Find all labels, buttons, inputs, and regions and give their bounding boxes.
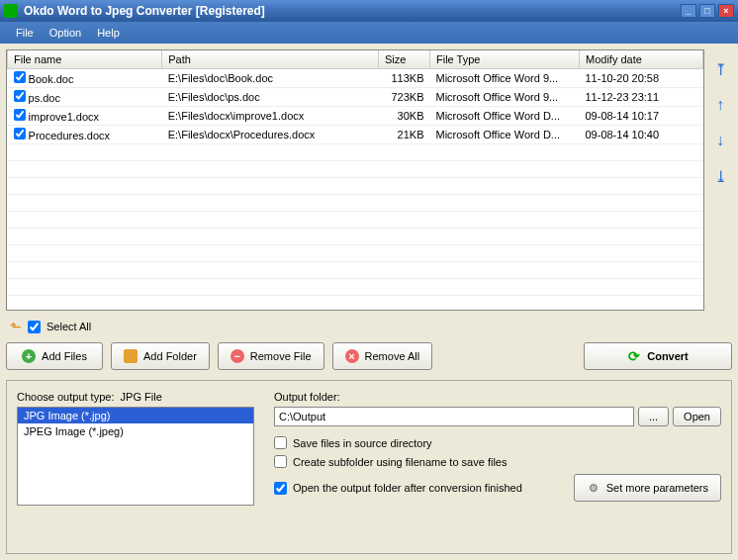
row-checkbox[interactable] (14, 128, 26, 140)
move-bottom-button[interactable]: ⤓ (710, 166, 730, 186)
title-bar: Okdo Word to Jpeg Converter [Registered]… (0, 0, 738, 22)
minimize-button[interactable]: _ (681, 4, 696, 18)
table-row[interactable]: improve1.docx E:\Files\docx\improve1.doc… (8, 107, 703, 126)
app-icon (4, 4, 18, 18)
table-row[interactable]: Procedures.docx E:\Files\docx\Procedures… (8, 126, 703, 144)
output-type-label: Choose output type: JPG File (17, 391, 254, 403)
menu-file[interactable]: File (8, 25, 42, 41)
open-button[interactable]: Open (673, 407, 721, 426)
convert-button[interactable]: ⟳Convert (584, 342, 732, 370)
window-title: Okdo Word to Jpeg Converter [Registered] (24, 4, 678, 18)
table-row[interactable]: ps.doc E:\Files\doc\ps.doc 723KB Microso… (8, 88, 703, 107)
move-up-button[interactable]: ↑ (710, 95, 730, 115)
open-after-label: Open the output folder after conversion … (293, 482, 522, 494)
convert-icon: ⟳ (627, 349, 641, 363)
select-all-label: Select All (46, 321, 91, 332)
move-top-button[interactable]: ⤒ (710, 59, 730, 79)
gear-icon: ⚙ (587, 481, 600, 495)
row-checkbox[interactable] (14, 90, 26, 102)
save-source-checkbox[interactable] (274, 436, 287, 449)
subfolder-label: Create subfolder using filename to save … (293, 456, 507, 468)
menu-help[interactable]: Help (89, 25, 128, 41)
x-icon: × (345, 349, 359, 363)
row-checkbox[interactable] (14, 109, 26, 121)
add-files-button[interactable]: +Add Files (6, 342, 103, 370)
col-path[interactable]: Path (162, 50, 379, 69)
output-type-option[interactable]: JPG Image (*.jpg) (18, 408, 253, 423)
up-folder-icon[interactable]: ⬑ (10, 319, 22, 334)
output-type-option[interactable]: JPEG Image (*.jpeg) (18, 423, 253, 439)
plus-icon: + (22, 349, 36, 363)
add-folder-button[interactable]: Add Folder (111, 342, 210, 370)
remove-all-button[interactable]: ×Remove All (332, 342, 433, 370)
menu-bar: File Option Help (0, 22, 738, 44)
folder-icon (124, 349, 138, 363)
col-date[interactable]: Modify date (579, 50, 702, 69)
save-source-label: Save files in source directory (293, 437, 432, 449)
row-checkbox[interactable] (14, 71, 26, 83)
move-down-button[interactable]: ↓ (710, 131, 730, 150)
col-filename[interactable]: File name (8, 50, 162, 69)
output-folder-label: Output folder: (274, 391, 721, 403)
open-after-checkbox[interactable] (274, 482, 287, 495)
menu-option[interactable]: Option (42, 25, 89, 41)
remove-file-button[interactable]: −Remove File (218, 342, 324, 370)
table-row[interactable]: Book.doc E:\Files\doc\Book.doc 113KB Mic… (8, 69, 703, 88)
col-type[interactable]: File Type (429, 50, 579, 69)
minus-icon: − (231, 349, 244, 363)
col-size[interactable]: Size (378, 50, 429, 69)
set-more-parameters-button[interactable]: ⚙Set more parameters (574, 474, 721, 502)
select-all-checkbox[interactable] (28, 321, 41, 333)
output-type-list[interactable]: JPG Image (*.jpg)JPEG Image (*.jpeg) (17, 407, 254, 506)
file-list[interactable]: File name Path Size File Type Modify dat… (6, 49, 704, 311)
maximize-button[interactable]: □ (699, 4, 715, 18)
browse-button[interactable]: ... (638, 407, 669, 426)
output-folder-input[interactable] (274, 407, 634, 426)
subfolder-checkbox[interactable] (274, 455, 287, 468)
close-button[interactable]: × (718, 4, 734, 18)
